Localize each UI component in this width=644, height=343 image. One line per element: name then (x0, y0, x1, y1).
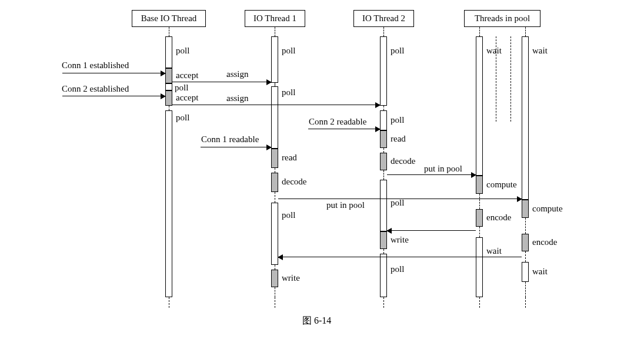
arrow-poolB-to-io1 (278, 257, 522, 257)
act-base-accept-2 (165, 90, 172, 106)
label-poolA-wait-1: wait (486, 46, 502, 56)
gap-poolB-2 (525, 251, 526, 262)
label-base-poll-1: poll (176, 46, 189, 56)
label-poolA-encode: encode (486, 213, 511, 223)
arrow-poolA-to-io2 (387, 230, 476, 231)
act-poolB-encode (522, 234, 529, 251)
arrow-conn2-established (62, 96, 165, 96)
label-io2-decode: decode (391, 156, 415, 166)
label-conn2-readable: Conn 2 readable (309, 117, 366, 127)
label-assign-2: assign (226, 93, 249, 103)
label-io2-poll-4: poll (391, 264, 404, 274)
label-base-accept-2: accept (176, 93, 198, 103)
label-io2-poll-1: poll (391, 46, 404, 56)
participant-threads-in-pool: Threads in pool (464, 10, 540, 27)
arrow-put-in-pool-2 (278, 199, 522, 199)
act-poolA-wait-1 (476, 36, 483, 176)
act-io2-poll-4 (380, 254, 387, 297)
label-poolB-wait-1: wait (532, 46, 548, 56)
arrowhead-icon (471, 172, 476, 178)
label-io2-poll-2: poll (391, 115, 404, 125)
label-poolB-encode: encode (532, 237, 557, 247)
label-base-accept-1: accept (176, 70, 198, 80)
label-base-poll-2: poll (175, 83, 188, 93)
label-poolB-wait-2: wait (532, 267, 548, 277)
gap-poolB-1 (525, 218, 526, 234)
arrowhead-icon (375, 102, 381, 108)
label-io1-poll-2: poll (282, 88, 295, 97)
lifeline-pool-b (525, 27, 526, 36)
act-io1-decode (271, 173, 278, 192)
label-poolB-compute: compute (532, 204, 563, 214)
arrowhead-icon (161, 70, 166, 76)
arrow-conn1-readable (201, 147, 271, 147)
act-io2-read (380, 130, 387, 148)
label-put-in-pool-1: put in pool (424, 164, 462, 174)
act-base-poll-2 (165, 83, 172, 90)
act-poolB-compute (522, 200, 529, 218)
gap-io2-2 (383, 148, 384, 153)
label-io2-read: read (391, 134, 406, 144)
act-base-poll-1 (165, 36, 172, 68)
gap-io2-1 (383, 106, 384, 110)
label-base-poll-3: poll (176, 113, 189, 123)
lifeline-base (169, 27, 169, 36)
act-poolA-encode (476, 209, 483, 227)
lifeline-pool-a (479, 27, 480, 36)
label-conn2-established: Conn 2 established (62, 84, 129, 94)
label-io1-poll-1: poll (282, 46, 295, 56)
label-io2-poll-3: poll (391, 198, 404, 208)
act-io2-poll-2 (380, 110, 387, 130)
arrowhead-icon (386, 228, 392, 234)
label-poolA-compute: compute (486, 180, 517, 190)
arrow-put-in-pool-1 (387, 174, 476, 175)
participant-io-thread-2: IO Thread 2 (353, 10, 414, 27)
act-base-poll-3 (165, 110, 172, 297)
lifeline-io1-tail (275, 297, 275, 308)
act-poolB-wait-1 (522, 36, 529, 200)
label-io1-read: read (282, 153, 297, 163)
act-io1-poll-2 (271, 86, 278, 149)
gap-poolB-3 (525, 282, 526, 297)
arrow-conn1-established (62, 73, 165, 73)
arrowhead-icon (161, 93, 166, 99)
act-poolA-compute (476, 176, 483, 194)
lifeline-io1 (275, 27, 275, 36)
lifeline-pool-a-tail (479, 297, 480, 308)
arrow-assign-1 (172, 82, 271, 82)
label-poolA-wait-2: wait (486, 246, 502, 256)
arrowhead-icon (517, 196, 522, 202)
act-base-accept-1 (165, 68, 172, 83)
label-io2-write: write (391, 235, 409, 245)
label-io1-decode: decode (282, 177, 306, 187)
arrowhead-icon (266, 79, 272, 85)
act-io2-poll-1 (380, 36, 387, 106)
lifeline-extra-2 (510, 36, 511, 122)
gap-io1-3 (275, 192, 275, 203)
label-assign-1: assign (226, 69, 249, 79)
gap-io2-3 (383, 170, 384, 180)
participant-base-io-thread: Base IO Thread (132, 10, 206, 27)
act-poolB-wait-2 (522, 262, 529, 282)
act-io2-decode (380, 153, 387, 170)
label-conn1-readable: Conn 1 readable (201, 134, 259, 144)
participant-io-thread-1: IO Thread 1 (245, 10, 305, 27)
act-io2-poll-3 (380, 180, 387, 231)
lifeline-pool-b-tail (525, 297, 526, 308)
act-io1-write (271, 270, 278, 287)
label-io1-poll-3: poll (282, 210, 295, 220)
lifeline-base-tail (169, 297, 169, 308)
arrow-conn2-readable (308, 129, 380, 129)
arrowhead-icon (278, 254, 283, 260)
gap-poolA-1 (479, 194, 480, 209)
label-put-in-pool-2: put in pool (326, 200, 365, 210)
figure-caption: 图 6-14 (302, 315, 331, 327)
gap-base-1 (169, 106, 169, 110)
gap-io1-2 (275, 168, 275, 173)
act-io1-read (271, 149, 278, 168)
lifeline-io2-tail (383, 297, 384, 308)
arrow-assign-2 (172, 105, 380, 105)
arrowhead-icon (375, 126, 381, 132)
act-io2-write (380, 231, 387, 249)
gap-io1-5 (275, 287, 275, 297)
